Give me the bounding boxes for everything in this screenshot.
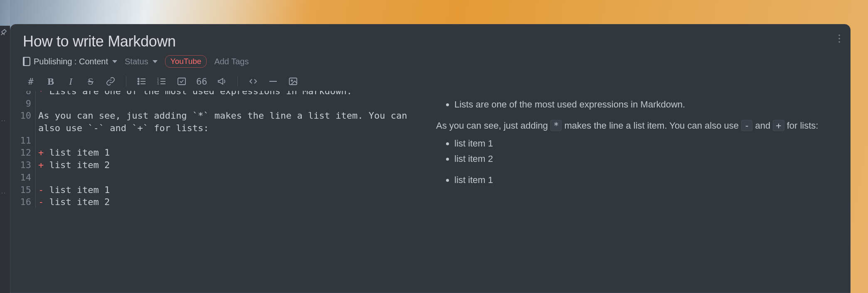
announcement-button[interactable] [217,76,227,87]
italic-button[interactable]: I [65,76,76,87]
markdown-token: * [38,91,44,96]
code-line[interactable]: 11 [12,134,430,147]
code-line[interactable]: 10As you can see, just adding `*` makes … [12,110,430,134]
editor-window: How to write Markdown Publishing : Conte… [10,24,851,293]
code-line[interactable]: 12+ list item 1 [12,146,430,159]
strikethrough-button[interactable]: S [85,76,96,87]
markdown-source-pane[interactable]: 8* Lists are one of the most used expres… [10,91,430,293]
code-text[interactable]: + list item 1 [36,146,118,159]
inline-code: - [741,120,752,131]
wallpaper-sliver [0,0,10,26]
project-selector[interactable]: Publishing : Content [23,57,117,66]
svg-point-15 [291,80,292,81]
markdown-token: - [38,185,44,195]
preview-list: list item 1 [436,173,838,187]
more-options-button[interactable] [836,32,843,45]
inline-code: + [773,120,784,131]
document-title[interactable]: How to write Markdown [23,33,838,50]
inline-code: * [550,120,562,131]
line-number: 10 [12,110,35,134]
line-number: 9 [12,98,35,110]
list-item: Lists are one of the most used expressio… [454,98,838,111]
code-text[interactable]: * Lists are one of the most used express… [36,91,360,98]
preview-paragraph: As you can see, just adding * makes the … [436,119,838,132]
status-label: Status [125,57,148,66]
checklist-button[interactable] [176,76,187,87]
tag-youtube[interactable]: YouTube [165,55,207,68]
sidebar-ellipsis-icon[interactable]: ·· [1,189,6,196]
code-text[interactable]: + list item 2 [36,159,118,171]
list-item: list item 1 [454,137,838,150]
image-button[interactable] [288,76,298,87]
pin-icon[interactable] [1,29,7,37]
sidebar-ellipsis-icon[interactable]: ·· [1,117,6,124]
editor-content: 8* Lists are one of the most used expres… [10,91,850,293]
markdown-token: - [38,197,44,207]
preview-list: Lists are one of the most used expressio… [436,98,838,111]
link-button[interactable] [105,76,116,87]
quote-button[interactable]: 66 [196,76,207,87]
preview-list: list item 1 list item 2 [436,137,838,166]
code-line[interactable]: 14 [12,171,430,184]
heading-button[interactable]: # [25,76,36,87]
bullet-list-button[interactable] [136,76,147,87]
line-number: 15 [12,184,35,196]
code-line[interactable]: 9 [12,98,430,110]
svg-text:3: 3 [157,82,159,85]
code-text[interactable] [36,171,52,184]
toolbar-separator [126,76,126,87]
code-text[interactable] [36,134,52,147]
code-line[interactable]: 16- list item 2 [12,196,430,208]
bold-button[interactable]: B [45,76,56,87]
svg-point-4 [138,83,139,84]
code-text[interactable]: - list item 2 [36,196,118,208]
list-item: list item 2 [454,152,838,166]
svg-point-0 [138,78,139,79]
line-number: 12 [12,146,35,159]
code-text[interactable]: As you can see, just adding `*` makes th… [36,110,430,134]
ordered-list-button[interactable]: 123 [156,76,167,87]
chevron-down-icon [112,60,117,63]
markdown-preview-pane: Lists are one of the most used expressio… [430,91,850,293]
line-number: 13 [12,159,35,171]
code-line[interactable]: 8* Lists are one of the most used expres… [12,91,430,98]
code-line[interactable]: 15- list item 1 [12,184,430,196]
line-number: 11 [12,134,35,147]
document-meta-row: Publishing : Content Status YouTube Add … [10,54,850,73]
svg-rect-14 [289,78,297,85]
project-label: Publishing : Content [34,57,108,66]
document-header: How to write Markdown [10,24,850,54]
code-text[interactable] [36,98,52,110]
line-number: 16 [12,196,35,208]
code-button[interactable] [248,76,259,87]
svg-point-2 [138,81,139,82]
toolbar-separator [237,76,238,87]
divider-button[interactable] [268,76,279,87]
line-number: 8 [12,91,35,98]
app-left-gutter: ·· ·· [0,0,10,293]
list-item: list item 1 [454,173,838,187]
markdown-token: + [38,147,44,158]
code-line[interactable]: 13+ list item 2 [12,159,430,171]
add-tags-button[interactable]: Add Tags [214,57,249,66]
markdown-token: + [38,160,44,170]
line-number: 14 [12,171,35,184]
formatting-toolbar: # B I S 123 66 [10,73,850,91]
chevron-down-icon [153,60,158,63]
book-icon [23,57,30,66]
svg-rect-12 [178,78,185,85]
code-text[interactable]: - list item 1 [36,184,118,196]
status-selector[interactable]: Status [125,57,158,66]
